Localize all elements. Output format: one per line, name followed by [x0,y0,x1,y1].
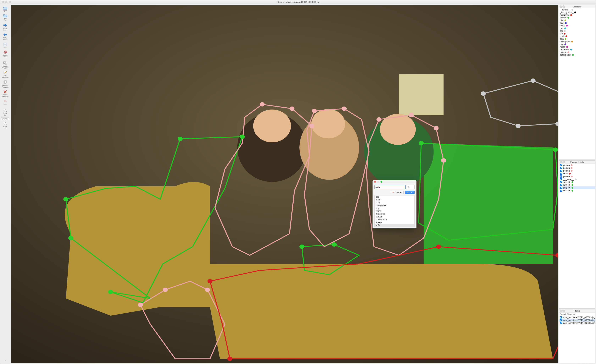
cancel-button[interactable]: Cancel [390,191,403,194]
polygon-item-checkbox[interactable] [560,164,562,166]
label-list-item[interactable]: bird [559,19,595,22]
label-option[interactable]: cow [375,201,414,204]
label-list-item[interactable]: cow [559,37,595,40]
file-item-checkbox[interactable] [560,319,562,321]
delete-file-button[interactable]: Delete File [0,49,10,59]
polygon-list-item[interactable]: sofa (0) [559,186,595,189]
polygon-list-item[interactable]: person [559,175,595,178]
file-item-checkbox[interactable] [560,316,562,319]
polygon-list-item[interactable]: __ignore__ [559,178,595,181]
panel-undock-icon[interactable] [562,161,565,163]
panel-undock-icon[interactable] [562,6,565,8]
traffic-min[interactable] [5,1,7,3]
undo-label: Undo [3,103,7,105]
polygon-list-item[interactable]: sofa (0) [559,184,595,186]
label-list-item[interactable]: potted plant [559,53,595,56]
label-list-item[interactable]: cat [559,32,595,35]
panel-close-icon[interactable] [560,161,562,163]
panel-close-icon[interactable] [560,310,562,312]
polygon-labels-panel: Polygon Labels person person person chai… [559,160,595,309]
svg-point-28 [290,107,294,111]
polygon-list-item[interactable]: sofa (0) [559,189,595,192]
zoom-value[interactable]: 260 % [1,117,9,120]
polygon-item-checkbox[interactable] [560,178,562,180]
traffic-close[interactable] [2,1,4,3]
svg-point-38 [205,288,210,292]
delete-polygons-button[interactable]: Delete Polygons [0,89,10,99]
polygon-item-text: sofa (0) [563,189,570,192]
traffic-zoom[interactable] [9,1,11,3]
ok-button[interactable]: OK [405,191,415,194]
polygon-item-checkbox[interactable] [560,167,562,169]
polygon-labels-body[interactable]: person person person chair person __igno… [559,164,595,308]
polygon-item-text: __ignore__ [563,178,574,181]
label-list-item[interactable]: aeroplane [559,14,595,16]
label-list-item[interactable]: bus [559,27,595,29]
label-list-body[interactable]: __ignore___background_aeroplanebicyclebi… [559,8,595,160]
duplicate-polygons-button[interactable]: Duplicate Polygons [0,79,10,89]
file-list-item[interactable]: data_annotated/2011_000006.jpg [559,319,595,322]
polygon-item-checkbox[interactable] [560,181,562,183]
file-list-item[interactable]: data_annotated/2011_000025.jpg [559,322,595,324]
file-item-text: data_annotated/2011_000025.jpg [563,322,595,324]
polygon-item-checkbox[interactable] [560,184,562,186]
label-list-item[interactable]: horse [559,45,595,48]
polygon-list-item[interactable]: person [559,169,595,172]
polygon-list-item[interactable]: person [559,164,595,167]
label-option[interactable]: sheep [375,221,414,224]
label-option[interactable]: cat [375,196,414,198]
polygon-item-checkbox[interactable] [560,175,562,178]
label-list-item[interactable]: dog [559,43,595,45]
label-option[interactable]: dog [375,207,414,210]
polygon-list-item[interactable]: person [559,167,595,169]
label-list-item[interactable]: car [559,29,595,32]
dialog-traffic-close[interactable] [374,181,376,183]
label-option[interactable]: chair [375,198,414,201]
open-button[interactable]: Open [0,5,10,13]
dialog-traffic-min[interactable] [377,181,379,183]
file-item-checkbox[interactable] [560,322,562,324]
file-list-body[interactable]: data_annotated/2011_000003.jpg data_anno… [559,316,595,363]
svg-point-52 [227,357,232,361]
label-list-item[interactable]: __ignore__ [559,8,595,11]
label-list-item[interactable]: chair [559,35,595,37]
dialog-traffic-zoom[interactable] [380,181,382,183]
label-option[interactable]: potted plant [375,218,414,221]
polygon-list-item[interactable]: sofa (0) [559,181,595,184]
panel-close-icon[interactable] [560,6,562,8]
next-image-button[interactable]: Next Image [0,22,10,32]
label-name-input[interactable] [374,185,406,189]
zoom-in-button[interactable]: Zoom In [0,108,10,117]
file-list-item[interactable]: data_annotated/2011_000003.jpg [559,316,595,319]
polygon-item-checkbox[interactable] [560,173,562,175]
prev-image-button[interactable]: Prev Image [0,32,10,42]
label-option[interactable]: horse [375,210,414,212]
label-list-item[interactable]: bicycle [559,16,595,19]
polygon-list-item[interactable]: chair [559,172,595,175]
canvas-area[interactable] [11,5,558,363]
create-polygons-button[interactable]: Create Polygons [0,60,10,70]
label-list-item[interactable]: person [559,51,595,53]
label-option[interactable]: person [375,215,414,218]
polygon-item-checkbox[interactable] [560,170,562,172]
edit-polygons-button[interactable]: Edit Polygons [0,70,10,79]
zoom-out-button[interactable]: Zoom Out [0,121,10,130]
label-option-list[interactable]: catchaircowdiningtabledoghorsemotorbikep… [374,195,415,227]
polygon-item-checkbox[interactable] [560,187,562,189]
label-option[interactable]: sofa [375,224,414,227]
open-dir-button[interactable]: Open Dir [0,13,10,22]
toolbar: Open Open Dir Next Image Prev Image [0,4,10,364]
label-list-item[interactable]: motorbike [559,48,595,51]
label-list-item[interactable]: _background_ [559,11,595,14]
panel-undock-icon[interactable] [562,310,565,312]
label-list-item[interactable]: diningtable [559,40,595,43]
label-list-item[interactable]: boat [559,22,595,24]
polygon-item-checkbox[interactable] [560,190,562,192]
label-list-item[interactable]: bottle [559,24,595,27]
file-search-input[interactable] [559,313,595,316]
toolbar-expand-toggle[interactable] [0,358,10,364]
label-entry-dialog: Cancel OK catchaircowdiningtabledoghorse… [372,180,417,228]
label-option[interactable]: diningtable [375,204,414,207]
label-option[interactable]: motorbike [375,212,414,215]
label-group-input[interactable] [407,185,415,189]
